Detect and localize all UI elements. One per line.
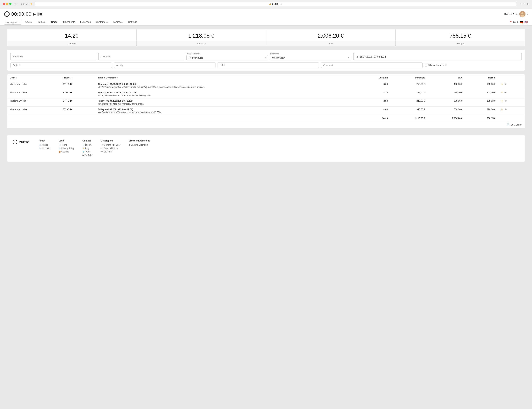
nav-item-customers[interactable]: Customers: [94, 19, 110, 25]
comment-input[interactable]: [321, 63, 422, 68]
footer-link-general-api[interactable]: </>General API Docs: [101, 144, 121, 146]
doc-icon: 📄: [39, 144, 41, 146]
timer-display: 00:00:00: [11, 11, 31, 17]
nav-item-times[interactable]: Times: [48, 19, 60, 25]
footer-legal-heading: Legal: [59, 139, 74, 142]
project-sort-icon[interactable]: ↕: [71, 77, 72, 79]
firstname-input[interactable]: [10, 53, 96, 60]
footer-link-twitter[interactable]: 🐦Twitter: [83, 151, 93, 153]
eye-icon-0[interactable]: 👁: [504, 83, 507, 85]
lastname-input[interactable]: [98, 53, 184, 60]
eye-icon-1[interactable]: 👁: [504, 91, 507, 94]
footer-link-cookies[interactable]: 🍪Cookies: [59, 151, 74, 153]
footer-link-youtube[interactable]: ▶YouTube: [83, 154, 93, 157]
row-actions-1: ⚠ 👁: [501, 91, 522, 94]
totals-purchase: 1.218,05 €: [390, 115, 428, 121]
duration-format-wrapper: Duration format: Hours:Minutes ▾: [186, 53, 268, 60]
totals-actions: [498, 115, 525, 121]
stat-purchase-label: Purchase: [137, 41, 266, 46]
cell-purchase-2: 240,83 €: [390, 98, 428, 107]
col-actions: [498, 74, 525, 81]
cell-time-1: Thursday - 31.03.2022 (13:00 - 17:30) #4…: [95, 90, 356, 98]
footer-content: ZEIT.IO About 📄Mission 📄Principles Legal…: [12, 139, 520, 158]
col-user: User ↕: [7, 74, 60, 81]
stat-purchase-value: 1.218,05 €: [141, 33, 262, 39]
app-header: 00:00:00 ▶ Robert Reiz: [0, 9, 532, 26]
time-comment-2: #44 Implemented the first connection to …: [98, 103, 354, 105]
cell-sale-0: 420,00 €: [428, 81, 465, 90]
timer-controls: ▶: [33, 12, 42, 16]
grid-icon[interactable]: ⊞: [527, 2, 529, 6]
footer-columns: About 📄Mission 📄Principles Legal 📄Terms …: [39, 139, 520, 158]
share-icon[interactable]: ⎋: [520, 2, 521, 5]
billable-checkbox[interactable]: [425, 64, 427, 66]
csv-icon: 📄: [507, 123, 510, 126]
date-prev-icon[interactable]: ◀: [356, 55, 358, 58]
stat-duration-label: Duration: [7, 41, 136, 46]
doc-icon: 📄: [39, 148, 41, 149]
csv-export-button[interactable]: 📄 CSV Export: [507, 123, 522, 126]
app-nav: agencyone ▾ Users Projects Times Timeshe…: [4, 19, 528, 25]
nav-item-users[interactable]: Users: [23, 19, 34, 25]
workspace-selector[interactable]: agencyone ▾: [4, 20, 21, 25]
cell-actions-3: ⚠ 👁: [498, 107, 525, 115]
cell-sale-1: 630,00 €: [428, 90, 465, 98]
pause-button[interactable]: [37, 12, 38, 16]
date-range[interactable]: ◀ 28.03.2022 - 03.04.2022: [353, 53, 522, 60]
close-button[interactable]: [3, 3, 5, 5]
nav-item-projects[interactable]: Projects: [34, 19, 48, 25]
totals-sale: 2.006,20 €: [428, 115, 465, 121]
stop-button[interactable]: [39, 13, 42, 15]
activity-input[interactable]: [114, 63, 215, 68]
duration-format-select[interactable]: Hours:Minutes ▾: [186, 55, 268, 60]
new-tab-icon[interactable]: +: [523, 2, 525, 6]
eye-icon-2[interactable]: 👁: [504, 100, 507, 102]
user-sort-icon[interactable]: ↕: [16, 77, 17, 79]
time-comment-1: #44 Implemented some unit tests for the …: [98, 94, 354, 97]
footer-link-principles[interactable]: 📄Principles: [39, 147, 50, 149]
footer-link-blog[interactable]: 📝Blog: [83, 147, 93, 149]
nav-item-timesheets[interactable]: Timesheets: [60, 19, 77, 25]
footer-link-terms[interactable]: 📄Terms: [59, 144, 74, 146]
nav-item-expenses[interactable]: Expenses: [78, 19, 93, 25]
cell-duration-1: 4:30: [356, 90, 390, 98]
project-input[interactable]: [10, 63, 112, 68]
footer-link-zeit-sh[interactable]: </>ZEIT-SH: [101, 151, 121, 153]
user-dropdown-arrow[interactable]: ▾: [527, 13, 528, 15]
nav-item-invoices[interactable]: Invoices ▾: [110, 19, 125, 25]
cell-actions-2: ⚠ 👁: [498, 98, 525, 107]
footer-link-mission[interactable]: 📄Mission: [39, 144, 50, 146]
footer-link-chrome[interactable]: ⚙Chrome Extension: [129, 144, 150, 146]
footer-extensions-heading: Browser Extensions: [129, 139, 150, 142]
footer-link-imprint[interactable]: 📄Imprint: [83, 144, 93, 146]
nav-item-settings[interactable]: Settings: [126, 19, 139, 25]
time-header-0: Thursday - 31.03.2022 (09:00 - 12:00): [98, 83, 354, 85]
row-actions-0: ⚠ 👁: [501, 83, 522, 85]
footer-link-open-api[interactable]: </>Open API Docs: [101, 147, 121, 149]
duration-format-value: Hours:Minutes: [189, 56, 203, 59]
maximize-button[interactable]: [9, 3, 11, 5]
play-button[interactable]: ▶: [33, 12, 36, 16]
stat-margin-value: 788,15 €: [400, 33, 521, 39]
eye-icon-3[interactable]: 👁: [504, 108, 507, 111]
timeframe-select[interactable]: Weekly view ▾: [270, 55, 352, 60]
code-icon: </>: [101, 144, 103, 146]
location-label: Berlin: [513, 21, 519, 24]
col-duration: Duration: [356, 74, 390, 81]
back-button[interactable]: ‹: [21, 2, 22, 6]
cell-actions-1: ⚠ 👁: [498, 90, 525, 98]
browser-sidebar-toggle[interactable]: ⊡ ▾: [14, 3, 18, 5]
minimize-button[interactable]: [6, 3, 8, 5]
sidebar-icon: ⊡: [14, 3, 16, 5]
url-text: zeit.io: [272, 3, 278, 5]
label-input[interactable]: [218, 63, 319, 68]
table-row: Mustermann Max ETH-DID Thursday - 31.03.…: [7, 90, 525, 98]
table-row: Mustermann Max ETH-DID Friday - 01.04.20…: [7, 107, 525, 115]
reload-icon: ↻: [280, 3, 282, 5]
forward-button[interactable]: ›: [23, 2, 24, 6]
address-bar[interactable]: 🔒 zeit.io ↻: [35, 2, 516, 6]
footer-link-privacy[interactable]: 📄Privacy Policy: [59, 147, 74, 149]
footer-col-developers: Developers </>General API Docs </>Open A…: [101, 139, 121, 158]
footer-col-extensions: Browser Extensions ⚙Chrome Extension: [129, 139, 150, 158]
col-project: Project ↕: [60, 74, 95, 81]
